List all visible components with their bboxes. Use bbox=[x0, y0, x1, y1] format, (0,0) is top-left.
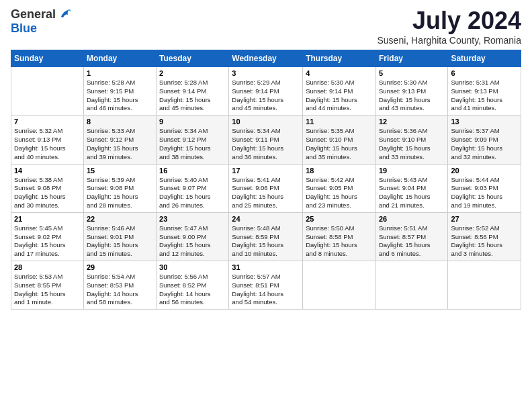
calendar-cell: 14Sunrise: 5:38 AM Sunset: 9:08 PM Dayli… bbox=[11, 164, 84, 212]
day-info: Sunrise: 5:51 AM Sunset: 8:57 PM Dayligh… bbox=[379, 224, 445, 259]
day-number: 23 bbox=[159, 215, 226, 223]
day-number: 4 bbox=[306, 69, 373, 77]
calendar-table: SundayMondayTuesdayWednesdayThursdayFrid… bbox=[11, 50, 521, 310]
day-info: Sunrise: 5:34 AM Sunset: 9:11 PM Dayligh… bbox=[232, 127, 300, 161]
day-number: 14 bbox=[14, 167, 81, 175]
day-info: Sunrise: 5:32 AM Sunset: 9:13 PM Dayligh… bbox=[14, 127, 81, 161]
day-number: 15 bbox=[87, 167, 153, 175]
location: Suseni, Harghita County, Romania bbox=[377, 35, 521, 46]
title-area: July 2024 Suseni, Harghita County, Roman… bbox=[377, 7, 521, 46]
calendar-week-0: 1Sunrise: 5:28 AM Sunset: 9:15 PM Daylig… bbox=[11, 67, 521, 116]
day-info: Sunrise: 5:30 AM Sunset: 9:14 PM Dayligh… bbox=[306, 79, 373, 113]
calendar-cell: 2Sunrise: 5:28 AM Sunset: 9:14 PM Daylig… bbox=[157, 67, 229, 116]
calendar-cell: 26Sunrise: 5:51 AM Sunset: 8:57 PM Dayli… bbox=[375, 212, 447, 261]
day-info: Sunrise: 5:28 AM Sunset: 9:15 PM Dayligh… bbox=[87, 79, 153, 113]
logo-general-text: General bbox=[11, 7, 56, 21]
calendar-cell: 5Sunrise: 5:30 AM Sunset: 9:13 PM Daylig… bbox=[375, 67, 447, 116]
day-number: 18 bbox=[306, 167, 373, 175]
day-info: Sunrise: 5:43 AM Sunset: 9:04 PM Dayligh… bbox=[379, 176, 445, 210]
calendar-header-wednesday: Wednesday bbox=[229, 50, 303, 67]
day-info: Sunrise: 5:45 AM Sunset: 9:02 PM Dayligh… bbox=[14, 224, 81, 259]
calendar-cell: 25Sunrise: 5:50 AM Sunset: 8:58 PM Dayli… bbox=[303, 212, 376, 261]
day-info: Sunrise: 5:31 AM Sunset: 9:13 PM Dayligh… bbox=[451, 79, 518, 113]
calendar-cell: 12Sunrise: 5:36 AM Sunset: 9:10 PM Dayli… bbox=[375, 116, 447, 164]
day-number: 13 bbox=[451, 118, 518, 126]
day-number: 16 bbox=[159, 167, 226, 175]
calendar-cell: 1Sunrise: 5:28 AM Sunset: 9:15 PM Daylig… bbox=[83, 67, 156, 116]
day-info: Sunrise: 5:56 AM Sunset: 8:52 PM Dayligh… bbox=[159, 273, 226, 307]
day-info: Sunrise: 5:46 AM Sunset: 9:01 PM Dayligh… bbox=[87, 224, 153, 259]
calendar-cell: 20Sunrise: 5:44 AM Sunset: 9:03 PM Dayli… bbox=[448, 164, 521, 212]
calendar-cell bbox=[448, 261, 521, 310]
day-number: 26 bbox=[379, 215, 445, 223]
day-info: Sunrise: 5:33 AM Sunset: 9:12 PM Dayligh… bbox=[87, 127, 153, 161]
calendar-cell: 13Sunrise: 5:37 AM Sunset: 9:09 PM Dayli… bbox=[448, 116, 521, 164]
calendar-cell: 24Sunrise: 5:48 AM Sunset: 8:59 PM Dayli… bbox=[229, 212, 303, 261]
month-title: July 2024 bbox=[377, 7, 521, 35]
day-info: Sunrise: 5:41 AM Sunset: 9:06 PM Dayligh… bbox=[232, 176, 300, 210]
calendar-cell: 18Sunrise: 5:42 AM Sunset: 9:05 PM Dayli… bbox=[303, 164, 376, 212]
day-number: 17 bbox=[232, 167, 300, 175]
calendar-header-tuesday: Tuesday bbox=[157, 50, 229, 67]
day-number: 12 bbox=[379, 118, 445, 126]
day-number: 6 bbox=[451, 69, 518, 77]
calendar-cell: 23Sunrise: 5:47 AM Sunset: 9:00 PM Dayli… bbox=[157, 212, 229, 261]
logo: General Blue bbox=[11, 7, 72, 36]
calendar-cell: 9Sunrise: 5:34 AM Sunset: 9:12 PM Daylig… bbox=[157, 116, 229, 164]
calendar-cell: 27Sunrise: 5:52 AM Sunset: 8:56 PM Dayli… bbox=[448, 212, 521, 261]
calendar-cell: 4Sunrise: 5:30 AM Sunset: 9:14 PM Daylig… bbox=[303, 67, 376, 116]
calendar-week-1: 7Sunrise: 5:32 AM Sunset: 9:13 PM Daylig… bbox=[11, 116, 521, 164]
day-number: 7 bbox=[14, 118, 81, 126]
day-info: Sunrise: 5:39 AM Sunset: 9:08 PM Dayligh… bbox=[87, 176, 153, 210]
calendar-cell: 7Sunrise: 5:32 AM Sunset: 9:13 PM Daylig… bbox=[11, 116, 84, 164]
calendar-header-monday: Monday bbox=[83, 50, 156, 67]
calendar-cell: 8Sunrise: 5:33 AM Sunset: 9:12 PM Daylig… bbox=[83, 116, 156, 164]
calendar-cell: 15Sunrise: 5:39 AM Sunset: 9:08 PM Dayli… bbox=[83, 164, 156, 212]
day-number: 24 bbox=[232, 215, 300, 223]
day-info: Sunrise: 5:29 AM Sunset: 9:14 PM Dayligh… bbox=[232, 79, 300, 113]
calendar-cell: 22Sunrise: 5:46 AM Sunset: 9:01 PM Dayli… bbox=[83, 212, 156, 261]
day-info: Sunrise: 5:30 AM Sunset: 9:13 PM Dayligh… bbox=[379, 79, 445, 113]
calendar-cell bbox=[375, 261, 447, 310]
day-number: 30 bbox=[159, 263, 226, 271]
day-info: Sunrise: 5:34 AM Sunset: 9:12 PM Dayligh… bbox=[159, 127, 226, 161]
calendar-week-2: 14Sunrise: 5:38 AM Sunset: 9:08 PM Dayli… bbox=[11, 164, 521, 212]
day-number: 29 bbox=[87, 263, 153, 271]
day-info: Sunrise: 5:44 AM Sunset: 9:03 PM Dayligh… bbox=[451, 176, 518, 210]
day-number: 20 bbox=[451, 167, 518, 175]
calendar-cell: 3Sunrise: 5:29 AM Sunset: 9:14 PM Daylig… bbox=[229, 67, 303, 116]
header: General Blue July 2024 Suseni, Harghita … bbox=[11, 7, 521, 46]
day-info: Sunrise: 5:37 AM Sunset: 9:09 PM Dayligh… bbox=[451, 127, 518, 161]
day-number: 1 bbox=[87, 69, 153, 77]
calendar-cell bbox=[303, 261, 376, 310]
day-number: 8 bbox=[87, 118, 153, 126]
day-number: 3 bbox=[232, 69, 300, 77]
calendar-header-row: SundayMondayTuesdayWednesdayThursdayFrid… bbox=[11, 50, 521, 67]
day-info: Sunrise: 5:28 AM Sunset: 9:14 PM Dayligh… bbox=[159, 79, 226, 113]
day-info: Sunrise: 5:57 AM Sunset: 8:51 PM Dayligh… bbox=[232, 273, 300, 307]
calendar-cell: 6Sunrise: 5:31 AM Sunset: 9:13 PM Daylig… bbox=[448, 67, 521, 116]
day-number: 27 bbox=[451, 215, 518, 223]
calendar-cell: 19Sunrise: 5:43 AM Sunset: 9:04 PM Dayli… bbox=[375, 164, 447, 212]
day-number: 2 bbox=[159, 69, 226, 77]
day-number: 5 bbox=[379, 69, 445, 77]
calendar-cell: 11Sunrise: 5:35 AM Sunset: 9:10 PM Dayli… bbox=[303, 116, 376, 164]
day-number: 10 bbox=[232, 118, 300, 126]
calendar-header-thursday: Thursday bbox=[303, 50, 376, 67]
calendar-cell bbox=[11, 67, 84, 116]
calendar-cell: 31Sunrise: 5:57 AM Sunset: 8:51 PM Dayli… bbox=[229, 261, 303, 310]
day-info: Sunrise: 5:52 AM Sunset: 8:56 PM Dayligh… bbox=[451, 224, 518, 259]
day-number: 19 bbox=[379, 167, 445, 175]
day-info: Sunrise: 5:53 AM Sunset: 8:55 PM Dayligh… bbox=[14, 273, 81, 307]
day-info: Sunrise: 5:35 AM Sunset: 9:10 PM Dayligh… bbox=[306, 127, 373, 161]
calendar-cell: 28Sunrise: 5:53 AM Sunset: 8:55 PM Dayli… bbox=[11, 261, 84, 310]
day-info: Sunrise: 5:40 AM Sunset: 9:07 PM Dayligh… bbox=[159, 176, 226, 210]
day-number: 31 bbox=[232, 263, 300, 271]
day-number: 11 bbox=[306, 118, 373, 126]
day-info: Sunrise: 5:38 AM Sunset: 9:08 PM Dayligh… bbox=[14, 176, 81, 210]
calendar-cell: 21Sunrise: 5:45 AM Sunset: 9:02 PM Dayli… bbox=[11, 212, 84, 261]
calendar-week-3: 21Sunrise: 5:45 AM Sunset: 9:02 PM Dayli… bbox=[11, 212, 521, 261]
day-number: 9 bbox=[159, 118, 226, 126]
calendar-header-sunday: Sunday bbox=[11, 50, 84, 67]
calendar-cell: 16Sunrise: 5:40 AM Sunset: 9:07 PM Dayli… bbox=[157, 164, 229, 212]
